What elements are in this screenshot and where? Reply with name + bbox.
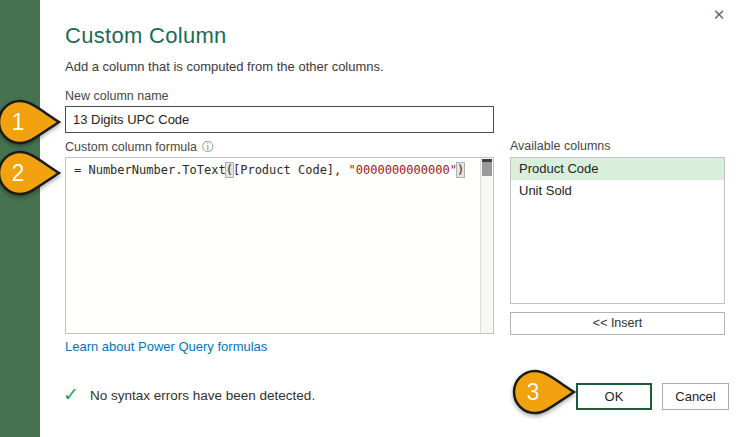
- formula-editor[interactable]: = NumberNumber.ToText([Product Code], "0…: [65, 157, 494, 334]
- formula-label-text: Custom column formula: [65, 140, 197, 154]
- formula-string-literal: "0000000000000": [349, 163, 457, 177]
- formula-scrollbar[interactable]: [480, 158, 493, 333]
- callout-number: 3: [527, 379, 540, 405]
- list-item[interactable]: Product Code: [511, 158, 724, 180]
- info-icon[interactable]: ⓘ: [202, 140, 214, 154]
- learn-power-query-link[interactable]: Learn about Power Query formulas: [65, 339, 267, 354]
- check-icon: ✓: [63, 383, 79, 406]
- list-item[interactable]: Unit Sold: [511, 180, 724, 202]
- custom-column-formula-label: Custom column formulaⓘ: [65, 139, 214, 156]
- available-columns-list: Product Code Unit Sold: [510, 157, 725, 304]
- status-message: No syntax errors have been detected.: [90, 388, 315, 403]
- formula-close-paren: ): [457, 163, 464, 177]
- dialog-subtitle: Add a column that is computed from the o…: [65, 59, 384, 74]
- background-frame: [0, 0, 40, 437]
- cancel-button[interactable]: Cancel: [662, 383, 729, 410]
- page-title: Custom Column: [65, 23, 227, 49]
- custom-column-dialog: ✕ Custom Column Add a column that is com…: [0, 0, 739, 437]
- callout-number: 1: [12, 109, 25, 135]
- callout-number: 2: [12, 160, 25, 186]
- callout-badge-1: 1: [0, 97, 63, 147]
- formula-code: = NumberNumber.ToText([Product Code], "0…: [74, 163, 476, 177]
- callout-badge-2: 2: [0, 148, 63, 198]
- available-columns-label: Available columns: [510, 139, 611, 153]
- close-icon[interactable]: ✕: [706, 2, 732, 28]
- formula-args: [Product Code],: [233, 163, 349, 177]
- formula-scrollbar-thumb[interactable]: [482, 159, 492, 176]
- ok-button[interactable]: OK: [576, 383, 652, 410]
- formula-prefix: = NumberNumber.ToText: [74, 163, 226, 177]
- insert-button[interactable]: << Insert: [510, 312, 725, 335]
- callout-badge-3: 3: [512, 367, 578, 417]
- formula-open-paren: (: [226, 163, 233, 177]
- new-column-name-input[interactable]: [65, 106, 494, 133]
- new-column-name-label: New column name: [65, 89, 169, 103]
